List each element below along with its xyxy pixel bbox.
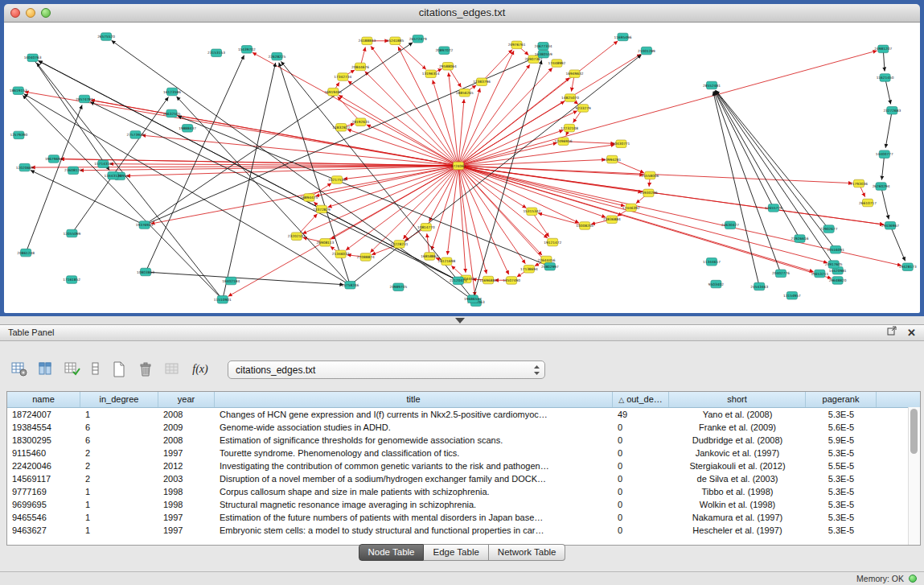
graph-node[interactable]: 24976761 [508,41,526,49]
import-table-icon[interactable] [164,361,180,377]
graph-node[interactable]: 24543463 [750,282,768,290]
network-view-canvas[interactable]: 1724067118328222819263116919401173427342… [4,23,920,313]
graph-node[interactable]: 13507490 [503,277,520,285]
cell-pagerank[interactable]: 5.5E-5 [806,459,877,472]
graph-node[interactable]: 13154957 [783,291,801,299]
graph-node[interactable]: 12579390 [10,131,27,139]
graph-node[interactable]: 16123586 [163,88,181,96]
cell-name[interactable]: 22420046 [7,459,80,472]
graph-node[interactable]: 9503402 [708,280,724,288]
graph-node[interactable]: 15714318 [94,160,112,168]
cell-title[interactable]: Estimation of significance thresholds fo… [215,434,613,447]
graph-node[interactable]: 24981207 [874,45,892,53]
graph-node[interactable]: 18402184 [222,277,240,285]
graph-node[interactable]: 26260294 [873,183,890,191]
cell-pagerank[interactable]: 5.3E-5 [806,447,877,459]
graph-node[interactable]: 11510901 [214,296,232,304]
column-header-pagerank[interactable]: pagerank [806,392,877,407]
graph-node[interactable]: 12496916 [555,138,573,146]
graph-node[interactable]: 26894475 [300,194,318,202]
cell-title[interactable]: Estimation of the future numbers of pati… [215,511,613,524]
cell-year[interactable]: 2009 [158,421,215,434]
cell-in_degree[interactable]: 1 [80,498,158,511]
function-builder-icon[interactable]: f(x) [191,363,210,376]
cell-short[interactable]: Hescheler et al. (1997) [669,524,806,537]
cell-title[interactable]: Tourette syndrome. Phenomenology and cla… [215,447,613,459]
cell-name[interactable]: 19384554 [7,421,80,434]
graph-node[interactable]: 29574780 [76,95,93,103]
graph-node[interactable]: 9233279 [576,105,591,113]
graph-node[interactable]: 10803863 [137,268,154,276]
cell-title[interactable]: Disruption of a novel member of a sodium… [215,472,613,485]
cell-pagerank[interactable]: 5.3E-5 [806,511,877,524]
graph-node[interactable]: 11696882 [479,276,497,284]
graph-node[interactable]: 12655779 [765,204,782,212]
table-row[interactable]: 1872400712008Changes of HCN gene express… [7,408,920,421]
cell-out_degree[interactable]: 0 [613,524,669,537]
graph-node[interactable]: 17448992 [548,60,565,68]
graph-node[interactable]: 26575520 [97,33,115,41]
graph-node[interactable]: 20861248 [17,249,35,257]
graph-node[interactable]: 24188843 [358,37,376,45]
vertical-scrollbar[interactable] [908,407,920,545]
cell-pagerank[interactable]: 5.9E-5 [806,434,877,447]
cell-name[interactable]: 9699695 [7,498,80,511]
graph-node[interactable]: 26610717 [859,199,877,207]
cell-year[interactable]: 2008 [158,408,215,421]
cell-out_degree[interactable]: 0 [613,434,669,447]
table-row[interactable]: 1830029562008Estimation of significance … [7,434,920,447]
cell-short[interactable]: Nakamura et al. (1997) [669,511,806,524]
graph-node[interactable]: 24989705 [389,283,407,291]
cell-name[interactable]: 9777169 [7,485,80,498]
network-graph-svg[interactable]: 1724067118328222819263116919401173427342… [4,23,920,313]
graph-node[interactable]: 28552481 [703,81,721,89]
cell-out_degree[interactable]: 0 [613,485,669,498]
cell-out_degree[interactable]: 0 [613,472,669,485]
graph-node[interactable]: 24630427 [721,221,739,229]
graph-node[interactable]: 15439702 [238,46,256,53]
cell-pagerank[interactable]: 5.6E-5 [806,421,877,434]
table-row[interactable]: 911546021997Tourette syndrome. Phenomeno… [7,447,920,459]
cell-in_degree[interactable]: 1 [80,485,158,498]
graph-node[interactable]: 18856265 [456,89,474,97]
cell-short[interactable]: Wolkin et al. (1998) [669,498,806,511]
graph-node[interactable]: 14008205 [576,222,593,230]
graph-node[interactable]: 16919401 [324,88,342,96]
graph-node[interactable]: 15653211 [811,270,828,278]
graph-node[interactable]: 20402776 [772,270,790,278]
graph-node[interactable]: 20897072 [435,47,453,54]
edit-table-icon[interactable] [64,361,80,377]
graph-node[interactable]: 19428173 [899,263,917,271]
cell-year[interactable]: 1998 [158,485,215,498]
cell-name[interactable]: 18300295 [7,434,80,447]
cell-title[interactable]: Investigating the contribution of common… [215,459,613,472]
cell-name[interactable]: 9463627 [7,524,80,537]
graph-node[interactable]: 17161852 [63,276,80,284]
graph-node[interactable]: 26572479 [409,35,427,43]
cell-pagerank[interactable]: 5.3E-5 [806,408,877,421]
graph-node[interactable]: 19679694 [45,155,63,163]
cell-title[interactable]: Genome-wide association studies in ADHD. [215,421,613,434]
cell-year[interactable]: 1997 [158,511,215,524]
graph-node[interactable]: 19121472 [544,238,561,246]
cell-short[interactable]: Franke et al. (2009) [669,421,806,434]
graph-node[interactable]: 18619153 [10,87,27,95]
cell-short[interactable]: Yano et al. (2008) [669,408,806,421]
float-panel-icon[interactable] [887,325,897,340]
graph-node[interactable]: 29436967 [881,221,899,229]
cell-title[interactable]: Embryonic stem cells: a model to study s… [215,524,613,537]
tab-edge-table[interactable]: Edge Table [424,544,488,561]
graph-node[interactable]: 12383796 [473,78,491,86]
graph-node[interactable]: 23372829 [313,205,331,213]
cell-short[interactable]: Tibbo et al. (1998) [669,485,806,498]
cell-out_degree[interactable]: 0 [613,498,669,511]
cell-short[interactable]: Jankovic et al. (1997) [669,447,806,459]
cell-short[interactable]: de Silva et al. (2003) [669,472,806,485]
graph-node[interactable]: 14400777 [876,150,893,159]
cell-year[interactable]: 1997 [158,524,215,537]
cell-out_degree[interactable]: 49 [613,408,669,421]
graph-node[interactable]: 15758246 [341,281,359,289]
cell-year[interactable]: 2012 [158,459,215,472]
graph-node[interactable]: 17446392 [622,204,640,212]
graph-node[interactable]: 11832822 [332,124,350,132]
